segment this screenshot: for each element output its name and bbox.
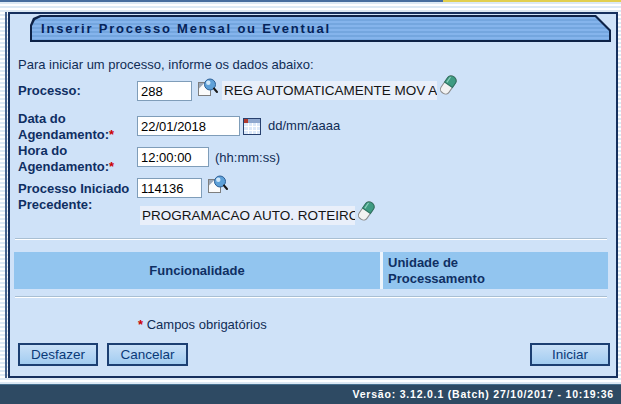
top-accent-line [0,0,443,2]
data-agendamento-label: Data do Agendamento:* [18,111,140,143]
divider [15,296,607,298]
processo-precedente-label: Processo Iniciado Precedente: [18,181,140,213]
magnifier-icon [197,77,218,98]
title-bar-inner: Inserir Processo Mensal ou Eventual [32,17,609,40]
status-bar: Versão: 3.12.0.1 (Batch) 27/10/2017 - 10… [0,384,621,404]
eraser-icon [356,199,376,224]
column-header-funcionalidade: Funcionalidade [14,252,380,289]
version-text: Versão: 3.12.0.1 (Batch) 27/10/2017 - 10… [352,388,614,400]
divider [15,238,607,240]
precedente-lookup-button[interactable] [207,174,228,195]
iniciar-button[interactable]: Iniciar [530,343,610,366]
desfazer-button[interactable]: Desfazer [18,343,98,366]
processo-description: REG AUTOMATICAMENTE MOV ARRE [222,81,437,100]
required-asterisk: * [109,159,114,174]
title-bar: Inserir Processo Mensal ou Eventual [30,15,611,42]
processo-clear-button[interactable] [438,73,458,98]
date-format-hint: dd/mm/aaaa [268,118,340,134]
calendar-icon [243,118,261,135]
required-fields-note: * Campos obrigatórios [138,317,267,332]
time-format-hint: (hh:mm:ss) [215,150,280,166]
calendar-picker-button[interactable] [243,118,261,135]
hora-agendamento-input[interactable] [137,147,209,167]
magnifier-icon [207,174,228,195]
processo-input[interactable] [137,81,192,101]
column-header-unidade: Unidade de Processamento [383,252,608,289]
data-agendamento-input[interactable] [137,116,240,136]
top-accent-line-yellow [443,0,621,2]
processo-precedente-input[interactable] [137,178,202,198]
hora-agendamento-label: Hora do Agendamento:* [18,143,140,175]
processo-label: Processo: [18,83,140,99]
required-asterisk: * [138,317,143,332]
form-panel: Inserir Processo Mensal ou Eventual Para… [8,12,618,378]
processo-lookup-button[interactable] [197,77,218,98]
required-asterisk: * [109,127,114,142]
precedente-clear-button[interactable] [356,199,376,224]
eraser-icon [438,73,458,98]
cancelar-button[interactable]: Cancelar [107,343,188,366]
page-title: Inserir Processo Mensal ou Eventual [32,17,609,40]
table-header-row: Funcionalidade Unidade de Processamento [14,252,608,289]
left-frame-border [5,12,7,378]
precedente-description: PROGRAMACAO AUTO. ROTEIRO AC [140,206,355,225]
intro-text: Para iniciar um processo, informe os dad… [18,57,314,72]
